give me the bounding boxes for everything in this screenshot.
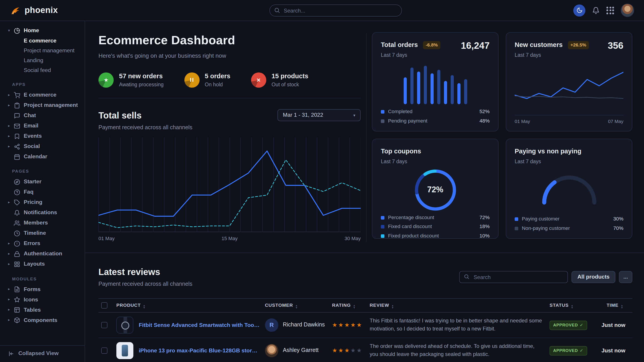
chevron-right-icon: ▸: [8, 200, 14, 205]
legend-value: 72%: [480, 214, 490, 221]
brand[interactable]: phoenix: [10, 4, 58, 16]
sidebar-item-tables[interactable]: ▸Tables: [8, 305, 81, 315]
latest-reviews-title: Latest reviews: [98, 266, 192, 278]
sidebar-subitem-landing[interactable]: Landing: [8, 55, 81, 65]
gauge-progress: [544, 177, 594, 202]
product-link[interactable]: Fitbit Sense Advanced Smartwatch with To…: [139, 321, 260, 329]
sidebar-item-errors[interactable]: ▸Errors: [8, 239, 81, 249]
sidebar-item-faq[interactable]: Faq: [8, 187, 81, 197]
sidebar-section-label: PAGES: [12, 168, 81, 174]
reviews-search: [460, 271, 568, 283]
more-options-button[interactable]: ...: [619, 271, 632, 283]
order-bar: [437, 69, 440, 104]
sidebar-item-timeline[interactable]: Timeline: [8, 228, 81, 239]
sidebar-item-components[interactable]: ▸Components: [8, 315, 81, 326]
avatar: R: [265, 318, 278, 332]
sidebar-subitem-social-feed[interactable]: Social feed: [8, 65, 81, 75]
legend-item-completed: Completed52%: [381, 108, 490, 116]
check-icon: ✓: [580, 348, 583, 354]
sidebar-item-events[interactable]: ▸Events: [8, 131, 81, 142]
card-title: Total orders: [381, 41, 418, 48]
sidebar-item-icons[interactable]: ▸Icons: [8, 295, 81, 305]
select-all-checkbox[interactable]: [101, 302, 108, 309]
sidebar-item-home[interactable]: ▾Home: [8, 25, 81, 36]
stat-caption: Awating processing: [119, 81, 164, 88]
product-link[interactable]: iPhone 13 pro max-Pacific Blue-128GB sto…: [139, 347, 260, 355]
theme-toggle-button[interactable]: [573, 4, 585, 16]
new-customers-chart-svg: [515, 64, 624, 112]
sidebar-item-label: Authentication: [24, 250, 62, 258]
sidebar-item-authentication[interactable]: ▸Authentication: [8, 249, 81, 259]
sidebar-item-members[interactable]: Members: [8, 218, 81, 228]
sidebar-item-label: Email: [24, 122, 38, 130]
sidebar-item-calendar[interactable]: Calendar: [8, 152, 81, 162]
legend-label: Fixed product discount: [388, 233, 439, 239]
total-sells-chart-svg: [98, 137, 361, 232]
user-avatar[interactable]: [621, 3, 634, 17]
sidebar-item-project-management[interactable]: ▸Project management: [8, 100, 81, 111]
legend-swatch: [381, 216, 384, 219]
donut-center-label: 72%: [413, 167, 458, 212]
sort-icon: ▲▼: [353, 305, 356, 309]
apps-grid-button[interactable]: [606, 6, 614, 14]
sidebar-item-starter[interactable]: Starter: [8, 177, 81, 187]
top-coupons-donut: 72%: [413, 167, 458, 212]
sort-icon: ▲▼: [391, 305, 394, 309]
clipboard-icon: [14, 102, 20, 109]
sidebar-item-label: Layouts: [24, 261, 45, 268]
legend-value: 70%: [613, 225, 624, 232]
sidebar-item-notifications[interactable]: Notifications: [8, 208, 81, 218]
legend-swatch: [381, 119, 384, 123]
row-checkbox[interactable]: [101, 322, 108, 328]
date-range-select[interactable]: Mar 1 - 31, 2022 ▾: [278, 109, 361, 121]
card-period: Last 7 days: [515, 158, 581, 165]
sort-icon: ▲▼: [621, 305, 624, 309]
reviews-search-input[interactable]: [460, 271, 568, 283]
row-checkbox[interactable]: [101, 348, 108, 354]
sidebar-item-layouts[interactable]: ▸Layouts: [8, 259, 81, 269]
navbar-search-input[interactable]: [270, 4, 402, 16]
card-period: Last 7 days: [381, 51, 440, 58]
column-header-rating[interactable]: RATING▲▼: [330, 299, 367, 313]
total-sells-title: Total sells: [98, 109, 192, 122]
column-header-customer[interactable]: CUSTOMER▲▼: [262, 299, 330, 313]
card-title: New customers: [515, 41, 562, 48]
navbar-actions: [573, 3, 634, 17]
column-header-product[interactable]: PRODUCT▲▼: [114, 299, 262, 313]
sidebar-subitem-e-commerce[interactable]: E commerce: [8, 36, 81, 46]
column-header-status[interactable]: STATUS▲▼: [547, 299, 599, 313]
column-header-time[interactable]: TIME▲▼: [599, 299, 632, 313]
order-bar: [450, 75, 454, 104]
sidebar-item-pricing[interactable]: ▸Pricing: [8, 197, 81, 208]
search-icon: [464, 274, 470, 282]
clock-icon: [14, 230, 20, 237]
sidebar-item-e-commerce[interactable]: ▸E commerce: [8, 90, 81, 100]
sidebar-item-forms[interactable]: ▸Forms: [8, 284, 81, 295]
change-badge: -6.8%: [423, 41, 440, 49]
card-period: Last 7 days: [381, 158, 421, 165]
order-bar: [464, 79, 467, 104]
top-coupons-card: Top coupons Last 7 days 72% Percentage d…: [372, 139, 498, 239]
avatar: [265, 344, 278, 357]
sidebar-item-chat[interactable]: Chat: [8, 111, 81, 121]
sidebar-subitem-project-management[interactable]: Project management: [8, 46, 81, 55]
legend-value: 10%: [480, 233, 490, 239]
order-bar: [410, 67, 413, 104]
collapse-left-icon: [8, 351, 14, 357]
notifications-button[interactable]: [592, 6, 600, 14]
all-products-button[interactable]: All products: [572, 271, 615, 283]
legend-label: Pending payment: [388, 118, 428, 125]
column-header-review[interactable]: REVIEW▲▼: [367, 299, 547, 313]
product-thumbnail: [116, 342, 133, 359]
sidebar-item-label: Home: [24, 27, 39, 34]
collapsed-view-toggle[interactable]: Collapsed View: [0, 345, 84, 362]
sidebar-item-email[interactable]: ▸Email: [8, 121, 81, 131]
reviews-table-body: Fitbit Sense Advanced Smartwatch with To…: [98, 312, 632, 362]
sidebar-item-social[interactable]: ▸Social: [8, 142, 81, 152]
legend-label: Completed: [388, 108, 412, 116]
paying-legend: Paying customer30%Non-paying customer70%: [515, 216, 624, 232]
phoenix-logo-icon: [10, 5, 21, 16]
chevron-down-icon: ▾: [353, 112, 355, 118]
users-icon: [14, 220, 20, 226]
sidebar-item-label: Notifications: [24, 209, 57, 217]
